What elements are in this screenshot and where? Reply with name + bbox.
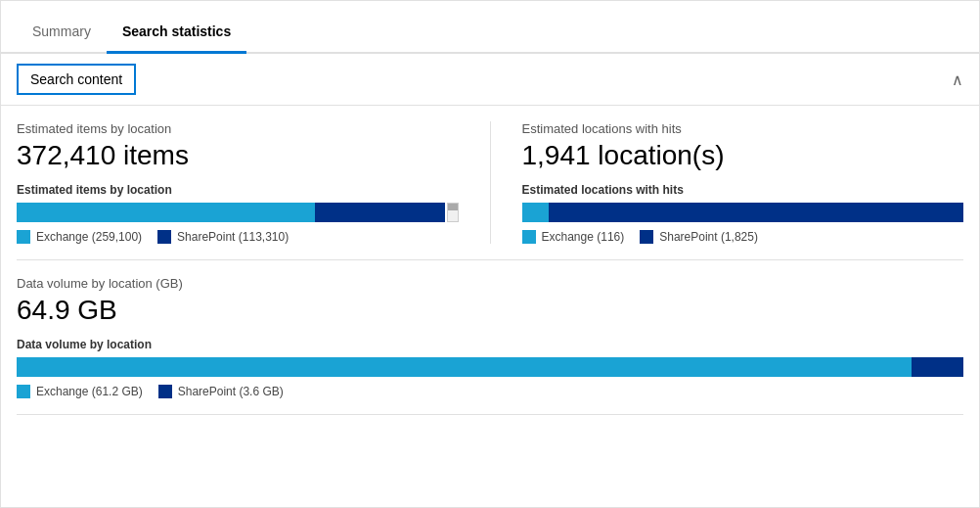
legend-label-exchange: Exchange (259,100) <box>36 230 142 244</box>
estimated-locations-exchange-bar <box>522 203 549 222</box>
estimated-items-bar-container <box>17 203 459 222</box>
estimated-items-legend: Exchange (259,100) SharePoint (113,310) <box>17 230 459 244</box>
stats-two-col: Estimated items by location 372,410 item… <box>17 121 963 244</box>
estimated-locations-value: 1,941 location(s) <box>522 140 964 171</box>
legend-label-vol-exchange: Exchange (61.2 GB) <box>36 385 143 398</box>
estimated-locations-sharepoint-bar <box>549 203 963 222</box>
tab-search-statistics[interactable]: Search statistics <box>107 12 246 54</box>
section-divider <box>17 259 963 260</box>
scrollbar-thumb[interactable] <box>448 204 458 210</box>
estimated-locations-chart-label: Estimated locations with hits <box>522 183 964 197</box>
data-volume-chart-label: Data volume by location <box>17 338 963 351</box>
estimated-items-exchange-bar <box>17 203 315 222</box>
tab-summary[interactable]: Summary <box>17 12 107 54</box>
search-content-button[interactable]: Search content <box>17 64 136 95</box>
estimated-items-bar <box>17 203 445 222</box>
estimated-items-value: 372,410 items <box>17 140 459 171</box>
legend-item-exchange: Exchange (259,100) <box>17 230 142 244</box>
estimated-items-section: Estimated items by location 372,410 item… <box>17 121 491 244</box>
legend-color-sharepoint <box>157 230 171 244</box>
data-volume-sharepoint-bar <box>912 357 963 377</box>
legend-color-vol-sharepoint <box>158 385 172 398</box>
estimated-locations-section: Estimated locations with hits 1,941 loca… <box>522 121 964 244</box>
section-header: Search content ∧ <box>1 54 979 106</box>
legend-color-loc-sharepoint <box>640 230 653 244</box>
data-volume-legend: Exchange (61.2 GB) SharePoint (3.6 GB) <box>17 385 963 398</box>
tab-bar: Summary Search statistics <box>1 1 979 54</box>
scrollbar-track[interactable] <box>447 203 459 222</box>
estimated-locations-bar <box>522 203 964 222</box>
estimated-locations-legend: Exchange (116) SharePoint (1,825) <box>522 230 964 244</box>
legend-item-vol-exchange: Exchange (61.2 GB) <box>17 385 143 398</box>
estimated-items-chart-label: Estimated items by location <box>17 183 459 197</box>
legend-label-loc-exchange: Exchange (116) <box>542 230 625 244</box>
data-volume-value: 64.9 GB <box>17 295 963 326</box>
estimated-items-sharepoint-bar <box>315 203 445 222</box>
data-volume-bar-container <box>17 357 963 377</box>
data-volume-label: Data volume by location (GB) <box>17 276 963 291</box>
legend-item-vol-sharepoint: SharePoint (3.6 GB) <box>158 385 284 398</box>
legend-label-vol-sharepoint: SharePoint (3.6 GB) <box>178 385 284 398</box>
estimated-locations-bar-container <box>522 203 964 222</box>
legend-item-loc-exchange: Exchange (116) <box>522 230 625 244</box>
collapse-icon[interactable]: ∧ <box>952 70 963 89</box>
legend-label-loc-sharepoint: SharePoint (1,825) <box>659 230 758 244</box>
legend-color-exchange <box>17 230 30 244</box>
data-volume-exchange-bar <box>17 357 912 377</box>
app-container: Summary Search statistics Search content… <box>0 0 980 508</box>
legend-label-sharepoint: SharePoint (113,310) <box>177 230 289 244</box>
estimated-locations-label: Estimated locations with hits <box>522 121 964 136</box>
legend-color-vol-exchange <box>17 385 30 398</box>
data-volume-bar <box>17 357 963 377</box>
bottom-divider <box>17 414 963 415</box>
legend-item-loc-sharepoint: SharePoint (1,825) <box>640 230 758 244</box>
main-content: Estimated items by location 372,410 item… <box>1 106 979 260</box>
data-volume-section: Data volume by location (GB) 64.9 GB Dat… <box>1 276 979 446</box>
legend-color-loc-exchange <box>522 230 536 244</box>
estimated-items-label: Estimated items by location <box>17 121 459 136</box>
legend-item-sharepoint: SharePoint (113,310) <box>157 230 289 244</box>
